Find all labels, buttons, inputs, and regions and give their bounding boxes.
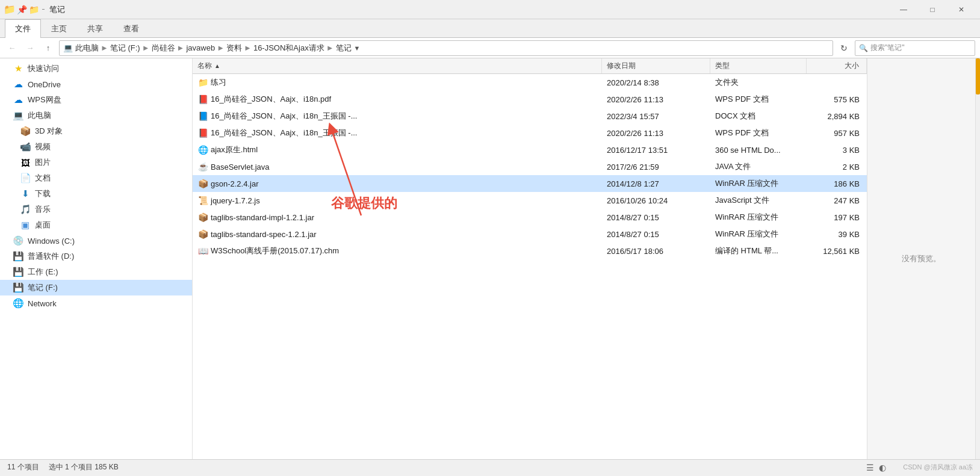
sidebar-item-network[interactable]: 🌐 Network: [0, 295, 192, 311]
file-size-cell: 957 KB: [807, 129, 867, 138]
right-scrollbar[interactable]: [975, 58, 980, 459]
sidebar-network-label: Network: [28, 299, 57, 308]
search-box[interactable]: 🔍 搜索"笔记": [855, 40, 975, 56]
table-row[interactable]: 📦 taglibs-standard-impl-1.2.1.jar 2014/8…: [193, 209, 867, 226]
status-right: ☰ ◐ CSDN @清风微凉 aa冻: [866, 463, 973, 472]
sidebar-item-desktop[interactable]: ▣ 桌面: [0, 217, 192, 233]
file-size-cell: 3 KB: [807, 146, 867, 155]
refresh-button[interactable]: ↻: [837, 41, 851, 55]
preview-panel: 没有预览。: [867, 58, 975, 459]
col-header-date[interactable]: 修改日期: [602, 58, 710, 73]
wps-icon: ☁: [12, 94, 24, 106]
tab-file[interactable]: 文件: [5, 19, 41, 38]
breadcrumb-shanggugu[interactable]: 尚硅谷: [152, 43, 175, 54]
file-name-cell: 📁 练习: [193, 77, 602, 88]
sidebar-item-picture[interactable]: 🖼 图片: [0, 155, 192, 170]
column-headers: 名称 ▲ 修改日期 类型 大小: [193, 58, 867, 74]
cloud-icon: ☁: [12, 78, 24, 90]
pin-icon: 📌: [17, 5, 26, 14]
sidebar-item-driveD[interactable]: 💾 普通软件 (D:): [0, 249, 192, 264]
table-row[interactable]: ☕ BaseServlet.java 2017/2/6 21:59 JAVA 文…: [193, 158, 867, 175]
file-type-cell: WinRAR 压缩文件: [710, 229, 807, 240]
sidebar: ★ 快速访问 ☁ OneDrive ☁ WPS网盘 💻 此电脑 📦 3D 对象 …: [0, 58, 193, 459]
sidebar-item-thispc[interactable]: 💻 此电脑: [0, 108, 192, 123]
file-date-cell: 2016/10/26 10:24: [602, 196, 710, 205]
sidebar-drivee-label: 工作 (E:): [28, 267, 58, 277]
sidebar-item-download[interactable]: ⬇ 下载: [0, 186, 192, 202]
table-row[interactable]: 📖 W3School离线手册(2015.07.17).chm 2016/5/17…: [193, 243, 867, 259]
sidebar-item-quick-access[interactable]: ★ 快速访问: [0, 61, 192, 76]
pc-icon: 💻: [12, 110, 24, 122]
sidebar-item-onedrive[interactable]: ☁ OneDrive: [0, 76, 192, 92]
sidebar-item-driveC[interactable]: 💿 Windows (C:): [0, 233, 192, 249]
search-icon: 🔍: [859, 44, 868, 52]
table-row[interactable]: 📦 gson-2.2.4.jar 2014/12/8 1:27 WinRAR 压…: [193, 175, 867, 192]
file-name-cell: ☕ BaseServlet.java: [193, 161, 602, 172]
col-header-size[interactable]: 大小: [807, 58, 867, 73]
col-header-type[interactable]: 类型: [710, 58, 807, 73]
html-icon: 🌐: [197, 144, 208, 155]
sidebar-item-music[interactable]: 🎵 音乐: [0, 202, 192, 217]
forward-button[interactable]: →: [23, 41, 37, 55]
file-date-cell: 2017/2/6 21:59: [602, 162, 710, 172]
jar-icon: 📦: [197, 229, 208, 240]
table-row[interactable]: 📕 16_尚硅谷_JSON、Aajx、i18n.pdf 2020/2/26 11…: [193, 91, 867, 108]
file-type-cell: WPS PDF 文档: [710, 94, 807, 105]
search-placeholder: 搜索"笔记": [870, 43, 905, 53]
tab-home[interactable]: 主页: [41, 19, 77, 38]
sidebar-picture-label: 图片: [35, 157, 51, 168]
sidebar-item-docs[interactable]: 📄 文档: [0, 170, 192, 186]
breadcrumb-ziliao[interactable]: 资料: [226, 43, 242, 54]
breadcrumb-pc[interactable]: 此电脑: [75, 43, 99, 54]
content-area: 名称 ▲ 修改日期 类型 大小 📁: [193, 58, 980, 459]
table-row[interactable]: 📕 16_尚硅谷_JSON、Aajx、i18n_王振国 -... 2020/2/…: [193, 125, 867, 141]
no-preview-text: 没有预览。: [902, 253, 941, 264]
view-large-icon[interactable]: ◐: [879, 463, 886, 472]
file-date-cell: 2016/12/17 13:51: [602, 146, 710, 155]
back-button[interactable]: ←: [5, 41, 19, 55]
drive-e-icon: 💾: [12, 266, 24, 278]
breadcrumb-pc-icon: 💻: [63, 43, 73, 52]
table-row[interactable]: 📁 练习 2020/2/14 8:38 文件夹: [193, 74, 867, 91]
title-bar: 📁 📌 📁 笔记 — □ ✕: [0, 0, 980, 19]
table-row[interactable]: 📜 jquery-1.7.2.js 2016/10/26 10:24 JavaS…: [193, 192, 867, 209]
view-details-icon[interactable]: ☰: [866, 463, 874, 472]
tab-view[interactable]: 查看: [113, 19, 149, 38]
file-type-cell: DOCX 文档: [710, 111, 807, 122]
sidebar-item-3d[interactable]: 📦 3D 对象: [0, 123, 192, 139]
sidebar-docs-label: 文档: [35, 173, 51, 184]
breadcrumb-notes[interactable]: 笔记: [336, 43, 352, 54]
sidebar-drived-label: 普通软件 (D:): [28, 251, 74, 262]
breadcrumb[interactable]: 💻 此电脑 ► 笔记 (F:) ► 尚硅谷 ► javaweb ► 资料 ► 1…: [59, 40, 833, 56]
file-type-cell: JAVA 文件: [710, 161, 807, 172]
col-header-name[interactable]: 名称 ▲: [193, 58, 602, 73]
table-row[interactable]: 📦 taglibs-standard-spec-1.2.1.jar 2014/8…: [193, 226, 867, 243]
ribbon: 文件 主页 共享 查看: [0, 19, 980, 38]
sidebar-item-video[interactable]: 📹 视频: [0, 139, 192, 155]
quick-access-icon: 📁: [5, 5, 14, 14]
file-name-cell: 📦 gson-2.2.4.jar: [193, 178, 602, 189]
tab-share[interactable]: 共享: [77, 19, 113, 38]
breadcrumb-drive[interactable]: 笔记 (F:): [110, 43, 140, 54]
sidebar-item-driveF[interactable]: 💾 笔记 (F:): [0, 280, 192, 295]
watermark: CSDN @清风微凉 aa冻: [903, 463, 973, 472]
3d-icon: 📦: [19, 125, 31, 137]
network-icon: 🌐: [12, 297, 24, 309]
file-size-cell: 186 KB: [807, 179, 867, 188]
minimize-button[interactable]: —: [890, 0, 917, 19]
sidebar-music-label: 音乐: [35, 204, 51, 215]
up-button[interactable]: ↑: [41, 41, 55, 55]
close-button[interactable]: ✕: [947, 0, 975, 19]
sidebar-item-wps[interactable]: ☁ WPS网盘: [0, 92, 192, 108]
file-name-cell: 📕 16_尚硅谷_JSON、Aajx、i18n.pdf: [193, 94, 602, 105]
breadcrumb-dropdown-icon[interactable]: ▼: [354, 45, 361, 52]
maximize-button[interactable]: □: [919, 0, 946, 19]
file-size-cell: 2,894 KB: [807, 112, 867, 121]
file-name-cell: 📦 taglibs-standard-spec-1.2.1.jar: [193, 229, 602, 240]
sidebar-item-driveE[interactable]: 💾 工作 (E:): [0, 264, 192, 280]
table-row[interactable]: 📘 16_尚硅谷_JSON、Aajx、i18n_王振国 -... 2022/3/…: [193, 108, 867, 125]
breadcrumb-javaweb[interactable]: javaweb: [186, 43, 215, 52]
file-type-cell: WinRAR 压缩文件: [710, 178, 807, 189]
breadcrumb-json[interactable]: 16-JSON和Ajax请求: [253, 43, 324, 54]
table-row[interactable]: 🌐 ajax原生.html 2016/12/17 13:51 360 se HT…: [193, 141, 867, 158]
